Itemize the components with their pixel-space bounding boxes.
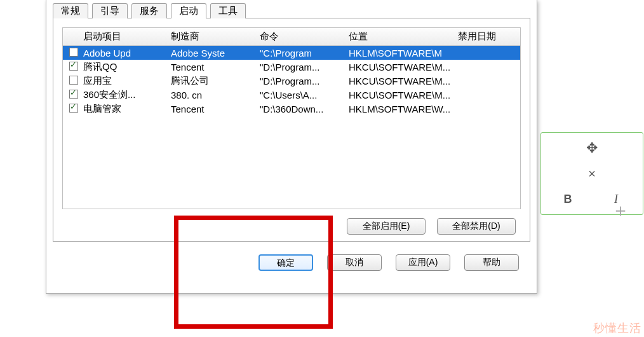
cell-item: 电脑管家 (81, 103, 168, 115)
cancel-button[interactable]: 取消 (327, 254, 382, 271)
cell-loc: HKLM\SOFTWARE\W... (346, 104, 455, 114)
list-row[interactable]: 应用宝腾讯公司"D:\Program...HKCU\SOFTWARE\M... (63, 74, 520, 88)
cell-item: Adobe Upd (81, 48, 168, 58)
tabs: 常规 引导 服务 启动 工具 (46, 1, 537, 18)
col-mfr[interactable]: 制造商 (168, 29, 257, 44)
cell-cmd: "D:\Program... (257, 76, 346, 86)
disable-all-button[interactable]: 全部禁用(D) (437, 218, 516, 235)
bold-button[interactable]: B (564, 193, 572, 206)
cell-mfr: Tencent (168, 104, 257, 114)
tab-body: 启动项目 制造商 命令 位置 禁用日期 Adobe UpdAdobe Syste… (53, 18, 530, 242)
help-button[interactable]: 帮助 (464, 254, 519, 271)
close-icon[interactable]: × (588, 167, 596, 181)
add-icon[interactable]: ＋ (612, 198, 629, 223)
ok-button[interactable]: 确定 (258, 254, 313, 271)
tab-tools[interactable]: 工具 (210, 3, 246, 18)
cell-cmd: "C:\Users\A... (257, 90, 346, 100)
cell-item: 360安全浏... (81, 89, 168, 101)
enable-disable-row: 全部启用(E) 全部禁用(D) (53, 214, 530, 241)
cell-mfr: Adobe Syste (168, 48, 257, 58)
enable-all-button[interactable]: 全部启用(E) (347, 218, 426, 235)
cell-loc: HKCU\SOFTWARE\M... (346, 90, 455, 100)
cell-mfr: 腾讯公司 (168, 75, 257, 87)
cell-loc: HKCU\SOFTWARE\M... (346, 76, 455, 86)
msconfig-dialog: 常规 引导 服务 启动 工具 启动项目 制造商 命令 位置 禁用日期 Adobe… (46, 0, 537, 294)
tab-general[interactable]: 常规 (53, 3, 88, 18)
row-checkbox[interactable] (69, 48, 78, 57)
move-icon[interactable]: ✥ (586, 140, 598, 156)
startup-list[interactable]: 启动项目 制造商 命令 位置 禁用日期 Adobe UpdAdobe Syste… (62, 27, 521, 209)
cell-cmd: "C:\Program (257, 48, 346, 58)
cell-cmd: "D:\Program... (257, 62, 346, 72)
watermark: 秒懂生活 (593, 320, 641, 336)
col-item[interactable]: 启动项目 (81, 29, 168, 44)
row-checkbox[interactable] (69, 76, 78, 85)
row-checkbox[interactable] (69, 62, 78, 71)
tab-startup[interactable]: 启动 (171, 3, 206, 18)
list-row[interactable]: 腾讯QQTencent"D:\Program...HKCU\SOFTWARE\M… (63, 60, 520, 74)
list-header: 启动项目 制造商 命令 位置 禁用日期 (63, 28, 520, 46)
col-loc[interactable]: 位置 (346, 29, 455, 44)
cell-cmd: "D:\360Down... (257, 104, 346, 114)
list-row[interactable]: Adobe UpdAdobe Syste"C:\ProgramHKLM\SOFT… (63, 46, 520, 60)
row-checkbox[interactable] (69, 104, 78, 113)
col-cmd[interactable]: 命令 (257, 29, 346, 44)
col-disabled[interactable]: 禁用日期 (455, 29, 520, 44)
cell-item: 腾讯QQ (81, 61, 168, 73)
row-checkbox[interactable] (69, 90, 78, 99)
tab-services[interactable]: 服务 (131, 3, 167, 18)
apply-button[interactable]: 应用(A) (396, 254, 450, 271)
cell-item: 应用宝 (81, 75, 168, 87)
cell-mfr: 380. cn (168, 90, 257, 100)
tab-boot[interactable]: 引导 (92, 3, 128, 18)
cell-loc: HKLM\SOFTWARE\M (346, 48, 455, 58)
cell-mfr: Tencent (168, 62, 257, 72)
cell-loc: HKCU\SOFTWARE\M... (346, 62, 455, 72)
list-row[interactable]: 360安全浏...380. cn"C:\Users\A...HKCU\SOFTW… (63, 88, 520, 102)
dialog-buttons: 确定 取消 应用(A) 帮助 (46, 247, 537, 271)
list-row[interactable]: 电脑管家Tencent"D:\360Down...HKLM\SOFTWARE\W… (63, 102, 520, 116)
